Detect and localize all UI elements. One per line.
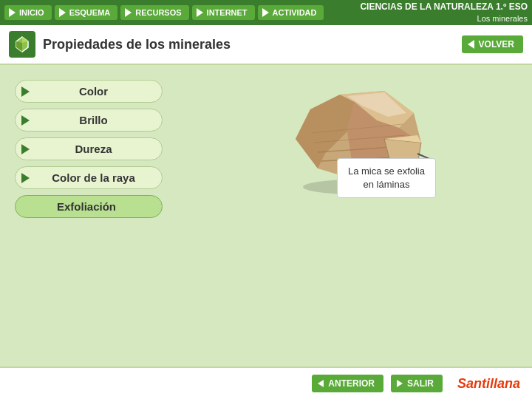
salir-label: SALIR: [407, 378, 434, 389]
volver-label: VOLVER: [479, 39, 514, 50]
caption-line2: en láminas: [364, 179, 410, 190]
image-area: La mica se exfolia en láminas: [177, 72, 517, 218]
menu-item-dureza[interactable]: Dureza: [15, 137, 163, 160]
page-header: Propiedades de los minerales VOLVER: [0, 25, 532, 65]
page-icon: [9, 31, 35, 58]
menu-item-exfoliacion-label: Exfoliación: [21, 200, 151, 213]
play-icon: [21, 173, 30, 183]
menu-item-dureza-label: Dureza: [35, 143, 151, 155]
play-icon: [262, 8, 269, 17]
actividad-label: ACTIVIDAD: [273, 8, 317, 17]
minerals-icon: [13, 35, 31, 53]
menu-item-brillo[interactable]: Brillo: [15, 109, 163, 132]
menu-item-brillo-label: Brillo: [35, 114, 151, 126]
play-icon: [21, 144, 30, 154]
play-icon: [125, 8, 132, 17]
page-title: Propiedades de los minerales: [43, 37, 462, 52]
top-bar-title: CIENCIAS DE LA NATURALEZA 1.º ESO Los mi…: [360, 1, 528, 24]
menu-list: Color Brillo Dureza Color de la raya Exf…: [15, 80, 163, 218]
bottom-bar: ANTERIOR SALIR Santillana: [0, 366, 532, 399]
internet-button[interactable]: INTERNET: [192, 5, 255, 20]
topic-title: Los minerales: [360, 13, 528, 24]
menu-item-color-raya[interactable]: Color de la raya: [15, 166, 163, 189]
inicio-button[interactable]: INICIO: [4, 5, 52, 20]
menu-item-exfoliacion[interactable]: Exfoliación: [15, 195, 163, 218]
recursos-label: RECURSOS: [135, 8, 181, 17]
anterior-label: ANTERIOR: [328, 378, 375, 389]
play-icon: [21, 115, 30, 126]
back-arrow-icon: [468, 40, 474, 49]
play-icon: [59, 8, 66, 17]
main-content: Color Brillo Dureza Color de la raya Exf…: [0, 65, 532, 225]
esquema-button[interactable]: ESQUEMA: [55, 5, 118, 20]
forward-arrow-icon: [397, 380, 403, 387]
inicio-label: INICIO: [19, 8, 44, 17]
volver-button[interactable]: VOLVER: [462, 35, 523, 53]
menu-item-color[interactable]: Color: [15, 80, 163, 103]
salir-button[interactable]: SALIR: [391, 375, 443, 392]
top-nav-bar: INICIO ESQUEMA RECURSOS INTERNET ACTIVID…: [0, 0, 532, 25]
stone-image: La mica se exfolia en láminas: [273, 72, 421, 191]
play-icon: [9, 8, 16, 17]
back-arrow-icon: [318, 380, 324, 387]
santillana-brand: Santillana: [457, 376, 520, 392]
anterior-button[interactable]: ANTERIOR: [312, 375, 383, 392]
actividad-button[interactable]: ACTIVIDAD: [258, 5, 324, 20]
play-icon: [197, 8, 203, 17]
internet-label: INTERNET: [207, 8, 248, 17]
recursos-button[interactable]: RECURSOS: [120, 5, 188, 20]
image-caption: La mica se exfolia en láminas: [337, 158, 436, 198]
esquema-label: ESQUEMA: [69, 8, 111, 17]
subject-title: CIENCIAS DE LA NATURALEZA 1.º ESO: [360, 1, 528, 13]
play-icon: [21, 86, 30, 97]
menu-item-color-raya-label: Color de la raya: [35, 171, 151, 184]
caption-line1: La mica se exfolia: [348, 166, 425, 177]
menu-item-color-label: Color: [35, 85, 151, 98]
